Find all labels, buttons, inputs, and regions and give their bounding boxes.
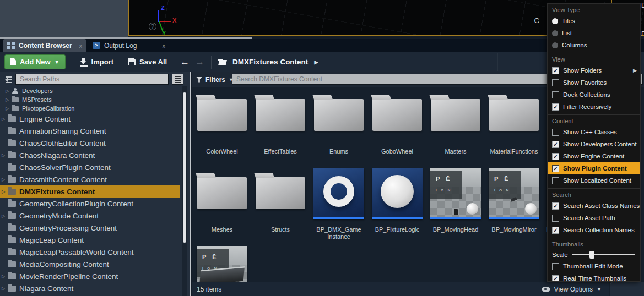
menu-checkbox-item[interactable]: ✓ Show Developers Content ▶ <box>548 138 640 150</box>
tree-item[interactable]: ▷ ChaosSolverPlugin Content <box>0 161 180 173</box>
close-tab-icon[interactable]: x <box>79 42 83 49</box>
menu-checkbox-item[interactable]: ✓ Search Asset Class Names ▶ <box>548 200 640 212</box>
tree-item[interactable]: ▷ MagicLeap Content <box>0 234 180 246</box>
tree-item[interactable]: ▷ Niagara Content <box>0 282 180 294</box>
asset-tile[interactable]: BP_DMX_Game Instance <box>310 168 368 240</box>
expander-icon[interactable]: ▷ <box>2 177 8 182</box>
asset-tile[interactable]: BP_FixtureLogic <box>368 168 426 240</box>
menu-radio-item[interactable]: List <box>548 27 640 39</box>
tree-item-label: AnimationSharing Content <box>19 127 106 135</box>
breadcrumb-chevron-icon[interactable]: ▶ <box>314 59 318 65</box>
tree-item[interactable]: ▷ ChaosClothEditor Content <box>0 137 180 149</box>
tab-content-browser[interactable]: Content Browser x <box>3 39 86 52</box>
menu-item-label: List <box>562 30 572 36</box>
tree-item[interactable]: ▷ ChaosNiagara Content <box>0 149 180 161</box>
asset-tile[interactable]: P ĒI O N BP_MovingMiror <box>485 168 543 240</box>
asset-tile[interactable]: Structs <box>251 168 310 240</box>
menu-checkbox-item[interactable]: ✓ Show C++ Classes ▶ <box>548 126 640 138</box>
menu-checkbox-item[interactable]: ✓ Show Folders ▶ <box>548 64 640 76</box>
expander-icon[interactable]: ▷ <box>2 213 8 218</box>
path-view-options-button[interactable] <box>172 74 183 85</box>
slider-handle[interactable] <box>589 251 594 259</box>
view-items: ✓ Show Folders ▶ ✓ Show Favorites ▶ ✓ Do… <box>548 64 640 113</box>
expander-icon[interactable]: ▷ <box>2 117 8 122</box>
tree-item[interactable]: ▷ GeometryCollectionPlugin Content <box>0 198 180 210</box>
asset-tile[interactable]: P ĒI O N <box>193 246 251 282</box>
view-options-button[interactable]: View Options ▼ <box>542 286 602 293</box>
folder-tile[interactable]: EffectTables <box>251 90 310 155</box>
tree-item-label: DMXFixtures Content <box>19 188 95 196</box>
expander-icon[interactable]: ▷ <box>6 89 12 94</box>
menu-checkbox-item[interactable]: ✓ Search Collection Names ▶ <box>548 224 640 236</box>
search-paths-input[interactable] <box>15 74 169 85</box>
menu-checkbox-item[interactable]: ✓ Search Asset Path ▶ <box>548 212 640 224</box>
folder-icon <box>8 177 16 183</box>
tile-label: BP_FixtureLogic <box>375 226 420 233</box>
tile-label: BP_MovingMiror <box>491 226 536 233</box>
menu-checkbox-item[interactable]: ✓ Filter Recursively ▶ <box>548 101 640 113</box>
sphere-graphic <box>525 203 537 215</box>
folder-icon <box>8 237 16 243</box>
expander-icon[interactable]: ▷ <box>6 97 12 102</box>
menu-radio-item[interactable]: Tiles <box>548 15 640 27</box>
folder-tile[interactable]: ColorWheel <box>193 90 251 155</box>
tab-output-log[interactable]: > Output Log x <box>88 39 170 52</box>
tree-item[interactable]: ▷ MagicLeapPassableWorld Content <box>0 246 180 258</box>
tree-item[interactable]: ▷ MSPresets <box>0 95 180 104</box>
menu-checkbox-item[interactable]: ✓ Show Engine Content ▶ <box>548 150 640 162</box>
save-icon <box>128 58 136 65</box>
help-icon[interactable]: ? <box>149 23 156 30</box>
close-tab-icon[interactable]: x <box>163 42 166 49</box>
save-all-button[interactable]: Save All <box>128 58 167 66</box>
tree-item-label: ChaosNiagara Content <box>19 151 95 160</box>
menu-checkbox-item[interactable]: ✓ Real-Time Thumbnails ▶ <box>548 272 640 282</box>
tree-item[interactable]: ▷ Developers <box>0 86 180 95</box>
menu-checkbox-item[interactable]: ✓ Dock Collections ▶ <box>548 89 640 101</box>
import-button[interactable]: Import <box>80 58 113 66</box>
folder-icon <box>8 189 16 195</box>
tree-item-label: Developers <box>22 87 53 94</box>
tree-item[interactable]: ▷ MovieRenderPipeline Content <box>0 270 180 282</box>
folder-tile[interactable]: Masters <box>426 90 485 155</box>
expander-icon[interactable]: ▷ <box>2 274 8 279</box>
tree-item[interactable]: ▷ DatasmithContent Content <box>0 173 180 185</box>
breadcrumb[interactable]: DMXFixtures Content ▶ <box>218 58 318 66</box>
expander-icon[interactable]: ▷ <box>2 286 8 291</box>
checkbox-icon: ✓ <box>552 79 559 86</box>
tree-scrollbar-thumb[interactable] <box>183 92 186 243</box>
radio-icon <box>552 30 558 36</box>
filters-label: Filters <box>205 76 225 84</box>
expander-icon[interactable]: ▷ <box>2 153 8 158</box>
menu-checkbox-item[interactable]: ✓ Show Localized Content ▶ <box>548 174 640 187</box>
menu-radio-item[interactable]: Columns <box>548 39 640 51</box>
thumbnail-scale-slider[interactable] <box>572 251 635 259</box>
tree-item[interactable]: ▷ DMXFixtures Content <box>0 185 180 198</box>
menu-checkbox-item[interactable]: ✓ Show Favorites ▶ <box>548 76 640 89</box>
checkbox-icon: ✓ <box>552 263 559 270</box>
menu-checkbox-item[interactable]: ✓ Show Plugin Content ▶ <box>548 162 640 174</box>
expander-icon[interactable]: ▷ <box>6 106 12 111</box>
folder-thumbnail <box>256 99 305 131</box>
asset-tile[interactable]: Meshes <box>193 168 251 240</box>
menu-item-label: Show Engine Content <box>563 153 624 160</box>
menu-item-label: Filter Recursively <box>563 103 611 110</box>
folder-icon <box>8 152 16 158</box>
menu-checkbox-item[interactable]: ✓ Thumbnail Edit Mode ▶ <box>548 260 640 272</box>
folder-tile[interactable]: MaterialFunctions <box>485 90 543 155</box>
tree-item[interactable]: ▷ PixotopeCalibration <box>0 104 180 113</box>
tree-item[interactable]: ▷ GeometryProcessing Content <box>0 222 180 234</box>
add-new-button[interactable]: Add New ▼ <box>4 54 66 69</box>
checkbox-icon: ✓ <box>552 141 559 148</box>
tree-item[interactable]: ▷ GeometryMode Content <box>0 210 180 222</box>
expander-icon[interactable]: ▷ <box>2 189 8 194</box>
collapse-sources-icon[interactable] <box>3 75 12 83</box>
tree-item[interactable]: ▷ MediaCompositing Content <box>0 258 180 270</box>
back-button[interactable]: ← <box>180 57 190 68</box>
tree-item-label: GeometryMode Content <box>19 212 99 220</box>
folder-tile[interactable]: Enums <box>310 90 368 155</box>
tree-item[interactable]: ▷ Engine Content <box>0 113 180 125</box>
asset-tile[interactable]: P ĒI O N BP_MovingHead <box>426 168 485 240</box>
filters-button[interactable]: Filters ▼ <box>196 76 234 84</box>
tree-item[interactable]: ▷ AnimationSharing Content <box>0 125 180 137</box>
folder-tile[interactable]: GoboWheel <box>368 90 426 155</box>
